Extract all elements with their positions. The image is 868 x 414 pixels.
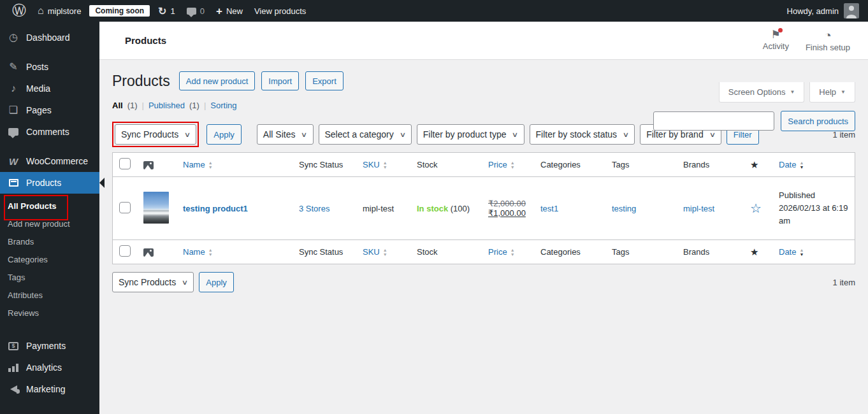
comments-menu[interactable]: 0 [181,0,210,22]
search-products-button[interactable]: Search products [781,111,855,131]
submenu-categories[interactable]: Categories [0,251,99,269]
tag-link[interactable]: testing [612,204,636,213]
updates-menu[interactable]: ↻ 1 [152,0,181,22]
select-all-checkbox[interactable] [119,158,131,169]
home-icon: ⌂ [38,6,44,16]
sync-status-link[interactable]: 3 Stores [299,204,329,213]
import-button[interactable]: Import [261,71,299,90]
submenu-add-new-product[interactable]: Add new product [0,215,99,233]
sidebar-item-dashboard[interactable]: ◷ Dashboard [0,27,99,48]
submenu-brands[interactable]: Brands [0,233,99,251]
sidebar-item-analytics[interactable]: Analytics [0,357,99,378]
sort-arrows-icon: ▲▼ [510,248,515,257]
view-published-link[interactable]: Published [148,101,185,110]
page-title: Products [112,73,170,90]
new-content-menu[interactable]: + New [210,0,249,22]
admin-bar: Ⓦ ⌂ miplstore Coming soon ↻ 1 0 + New Vi… [0,0,868,22]
product-name-link[interactable]: testing product1 [183,204,248,213]
sort-by-sku[interactable]: SKU [363,247,380,257]
sidebar-item-woocommerce[interactable]: W WooCommerce [0,150,99,172]
submenu-reviews[interactable]: Reviews [0,304,99,322]
sort-by-date[interactable]: Date [779,247,796,257]
screen-options-tab[interactable]: Screen Options ▼ [719,82,805,103]
screen-meta-tabs: Screen Options ▼ Help ▼ [719,82,855,103]
column-brands: Brands [677,153,744,177]
sidebar-item-pages[interactable]: ❏ Pages [0,99,99,121]
submenu-attributes[interactable]: Attributes [0,287,99,304]
sort-arrows-icon: ▲▼ [799,248,804,257]
activity-button[interactable]: ⚑ Activity [763,29,789,52]
page-content: Products Add new product Import Export A… [99,71,868,292]
analytics-bars-icon [7,364,20,372]
view-products-link[interactable]: View products [249,0,312,22]
sort-arrows-icon: ▲▼ [383,248,387,257]
sidebar-item-comments[interactable]: Comments [0,121,99,143]
wordpress-logo-menu[interactable]: Ⓦ [6,0,32,22]
product-type-filter-select[interactable]: Filter by product type ∨ [417,124,524,145]
sidebar-item-appearance[interactable]: ✐ Appearance [0,408,99,414]
column-tags: Tags [605,239,677,264]
category-link[interactable]: test1 [540,204,558,213]
bulk-action-select[interactable]: Sync Products ∨ [115,124,196,145]
search-input[interactable] [653,111,774,131]
woocommerce-header-band: Products ⚑ Activity ◔ Finish setup [99,22,868,60]
apply-button[interactable]: Apply [206,124,242,145]
woocommerce-icon: W [7,157,20,166]
update-icon: ↻ [158,5,166,17]
sidebar-item-products[interactable]: Products [0,172,99,194]
brand-link[interactable]: mipl-test [683,204,714,213]
plus-icon: + [216,6,222,17]
sort-by-sku[interactable]: SKU [363,160,380,169]
howdy-admin[interactable]: Howdy, admin [787,6,839,16]
product-sku: mipl-test [356,177,410,239]
menu-separator [0,143,99,150]
sort-by-price[interactable]: Price [488,160,507,169]
sort-by-date[interactable]: Date [779,160,796,169]
select-all-checkbox[interactable] [119,245,131,257]
apply-button-bottom[interactable]: Apply [199,272,234,292]
user-avatar[interactable] [844,3,859,18]
product-search: Search products [653,111,855,131]
image-column-icon [143,161,154,169]
pin-icon: ✎ [7,62,20,72]
site-filter-select[interactable]: All Sites ∨ [257,124,314,145]
site-name-menu[interactable]: ⌂ miplstore [32,0,87,22]
menu-separator [0,400,99,408]
sort-arrows-icon: ▲▼ [208,161,213,169]
wordpress-logo-icon: Ⓦ [12,4,26,18]
view-all-link[interactable]: All [112,101,123,110]
column-categories: Categories [534,153,605,177]
chevron-down-icon: ∨ [182,278,188,287]
sort-arrows-icon: ▲▼ [383,161,387,169]
submenu-all-products[interactable]: All Products [0,197,99,215]
sort-by-price[interactable]: Price [488,247,507,257]
product-thumbnail[interactable] [143,192,169,224]
megaphone-icon [7,385,20,393]
feature-toggle-star-icon[interactable]: ☆ [750,201,762,215]
sort-arrows-icon: ▲▼ [799,161,804,169]
chevron-down-icon: ∨ [399,131,405,139]
stock-status-filter-select[interactable]: Filter by stock status ∨ [530,124,635,145]
update-count: 1 [171,6,175,16]
export-button[interactable]: Export [305,71,344,90]
sidebar-item-payments[interactable]: $ Payments [0,335,99,357]
stock-quantity: (100) [451,204,470,213]
add-new-product-button[interactable]: Add new product [179,71,256,90]
help-tab[interactable]: Help ▼ [809,82,855,103]
row-checkbox[interactable] [119,202,131,213]
comments-icon [7,128,20,136]
sidebar-item-media[interactable]: ♪ Media [0,78,99,99]
sort-arrows-icon: ▲▼ [208,248,213,257]
bulk-action-select-bottom[interactable]: Sync Products ∨ [112,272,194,292]
category-filter-select[interactable]: Select a category ∨ [319,124,412,145]
submenu-tags[interactable]: Tags [0,269,99,287]
view-sorting-link[interactable]: Sorting [210,101,236,110]
finish-setup-button[interactable]: ◔ Finish setup [806,29,850,52]
sidebar-item-marketing[interactable]: Marketing [0,378,99,400]
sidebar-item-posts[interactable]: ✎ Posts [0,56,99,78]
admin-sidebar: ◷ Dashboard ✎ Posts ♪ Media ❏ Pages Comm… [0,22,99,414]
sort-by-name[interactable]: Name [183,247,205,257]
sort-by-name[interactable]: Name [183,160,205,169]
media-icon: ♪ [7,83,20,94]
comment-count: 0 [200,6,205,16]
